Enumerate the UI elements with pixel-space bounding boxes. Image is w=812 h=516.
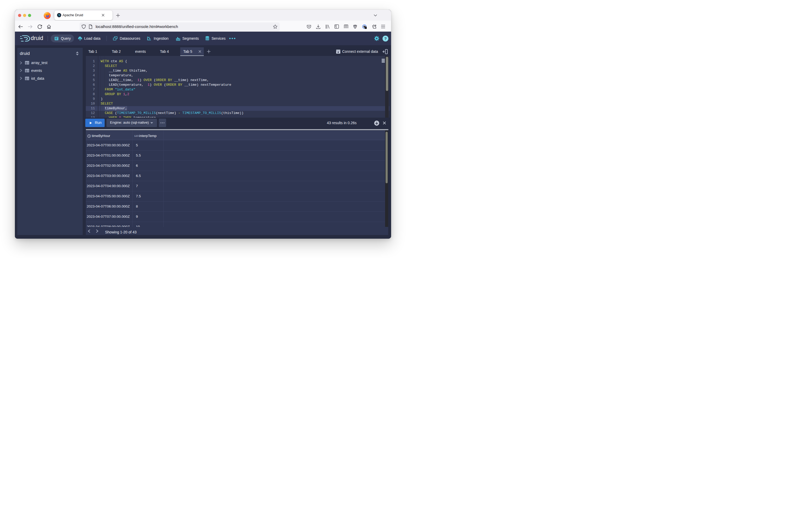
svg-text:uo: uo <box>354 26 356 28</box>
svg-text:?: ? <box>384 36 386 40</box>
